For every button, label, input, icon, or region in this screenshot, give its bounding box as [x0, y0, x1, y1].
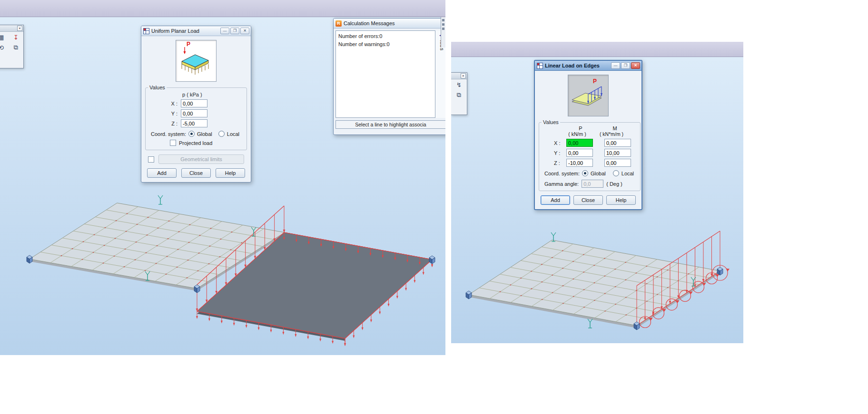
status-hint: Select a line to highlight associa [335, 120, 445, 129]
dialog-titlebar[interactable]: R Calculation Messages [334, 19, 445, 29]
coord-system-label: Coord. system: [151, 131, 186, 137]
z-value-input[interactable] [181, 119, 207, 127]
x-row: X : [554, 139, 638, 147]
planar-load-icon[interactable]: ▦ [0, 32, 9, 42]
table-grid-icon [537, 63, 543, 69]
x-label: X : [167, 101, 178, 106]
y-row: Y : [167, 109, 244, 117]
help-button[interactable]: Help [216, 168, 245, 178]
y-p-value-input[interactable] [566, 149, 593, 157]
global-label: Global [197, 131, 212, 137]
global-radio[interactable] [188, 131, 195, 137]
gamma-angle-input[interactable] [582, 180, 603, 188]
z-row: Z : [554, 159, 638, 167]
z-p-value-input[interactable] [566, 159, 593, 167]
palette-icon-cut-2[interactable]: ⧉ [451, 90, 467, 100]
left-capture: ✕ ▦ ↧ ⟲ ⧉ Uniform Planar Load — [0, 0, 445, 355]
help-button[interactable]: Help [606, 195, 636, 205]
planar-load-thumbnail: P [176, 40, 217, 82]
projected-load-label: Projected load [179, 140, 212, 146]
dialog-title: Calculation Messages [344, 20, 445, 26]
unit-header: p ( kPa ) [182, 92, 244, 97]
close-icon[interactable]: ✕ [631, 62, 640, 69]
geometrical-limits-button[interactable]: Geometrical limits [158, 154, 244, 164]
maximize-icon[interactable]: ❐ [621, 62, 630, 69]
gamma-angle-row: Gamma angle: ( Deg ) [544, 180, 638, 188]
gamma-angle-label: Gamma angle: [544, 181, 579, 187]
close-button[interactable]: Close [181, 168, 211, 178]
m-column-unit: ( kN*m/m ) [597, 131, 626, 137]
minimize-icon[interactable]: — [220, 28, 229, 34]
z-row: Z : [167, 119, 244, 127]
edge-load-drawing [568, 75, 607, 115]
message-line-errors: Number of errors:0 [338, 32, 433, 40]
right-capture: ✕ ↯ ⧉ Linear Load on Edges — ❐ ✕ [451, 42, 743, 343]
table-grid-icon [143, 28, 149, 34]
coord-system-label: Coord. system: [544, 171, 580, 176]
y-value-input[interactable] [181, 109, 207, 117]
robot-app-icon: R [335, 20, 342, 27]
clipped-loads-palette: ✕ ↯ ⧉ [451, 72, 467, 115]
values-label: Values [148, 85, 167, 90]
p-column-unit: ( kN/m ) [562, 131, 592, 137]
local-label: Local [227, 131, 239, 137]
palette-titlebar[interactable]: ✕ [0, 25, 23, 32]
z-label: Z : [554, 160, 566, 166]
palette-titlebar[interactable]: ✕ [451, 73, 467, 79]
column-units: ( kN/m ) ( kN*m/m ) [562, 131, 638, 137]
coord-system-row: Coord. system: Global Local [544, 170, 638, 176]
y-label: Y : [554, 150, 566, 156]
values-group: Values p ( kPa ) X : Y : Z : [145, 85, 247, 150]
z-label: Z : [167, 121, 178, 126]
y-row: Y : [554, 149, 638, 157]
copy-load-icon[interactable]: ⧉ [9, 42, 23, 53]
close-icon[interactable]: ✕ [461, 73, 466, 78]
values-label: Values [542, 119, 560, 125]
dialog-titlebar[interactable]: Uniform Planar Load — ❐ ✕ [141, 26, 251, 36]
close-button[interactable]: Close [573, 195, 603, 205]
nodal-force-icon[interactable]: ↧ [9, 32, 23, 42]
right-top-strip [451, 42, 743, 57]
dialog-titlebar[interactable]: Linear Load on Edges — ❐ ✕ [535, 61, 641, 71]
load-symbol-label: P [187, 41, 190, 48]
calculation-messages-dialog: R Calculation Messages Number of errors:… [333, 18, 445, 135]
linear-load-on-edges-dialog: Linear Load on Edges — ❐ ✕ [534, 60, 642, 210]
values-group: Values P M ( kN/m ) ( kN*m/m ) X : [539, 119, 641, 191]
x-value-input[interactable] [181, 99, 207, 107]
dialog-buttons: Add Close Help [141, 164, 251, 178]
moment-load-icon[interactable]: ⟲ [0, 42, 9, 53]
coord-system-row: Coord. system: Global Local [151, 131, 244, 137]
messages-list[interactable]: Number of errors:0 Number of warnings:0 [335, 30, 435, 118]
left-top-strip [0, 0, 445, 17]
local-label: Local [621, 171, 634, 176]
global-label: Global [591, 171, 606, 176]
dialog-buttons: Add Close Help [535, 191, 641, 205]
y-m-value-input[interactable] [604, 149, 631, 157]
projected-load-checkbox[interactable] [170, 140, 176, 146]
x-p-value-input[interactable] [566, 139, 593, 147]
z-m-value-input[interactable] [604, 159, 631, 167]
minimize-icon[interactable]: — [611, 62, 620, 69]
add-button[interactable]: Add [147, 168, 177, 178]
edge-load-thumbnail: P [568, 75, 609, 116]
projected-load-row: Projected load [170, 140, 244, 146]
close-icon[interactable]: ✕ [17, 26, 22, 31]
geometrical-limits-row: Geometrical limits [148, 154, 244, 164]
message-line-warnings: Number of warnings:0 [338, 40, 433, 48]
slab-load-drawing [176, 40, 215, 80]
uniform-planar-load-dialog: Uniform Planar Load — ❐ ✕ [141, 26, 251, 183]
y-label: Y : [167, 111, 178, 116]
local-radio[interactable] [218, 131, 225, 137]
global-radio[interactable] [582, 170, 588, 176]
close-icon[interactable]: ✕ [240, 28, 249, 34]
x-label: X : [554, 140, 566, 146]
local-radio[interactable] [613, 170, 619, 176]
palette-icon-cut-1[interactable]: ↯ [451, 79, 467, 90]
clipped-toolbar-sliver [441, 17, 445, 48]
x-m-value-input[interactable] [604, 139, 631, 147]
x-row: X : [167, 99, 244, 107]
geometrical-limits-checkbox[interactable] [148, 156, 154, 163]
add-button[interactable]: Add [541, 195, 570, 205]
maximize-icon[interactable]: ❐ [230, 28, 239, 34]
dialog-title: Linear Load on Edges [545, 63, 609, 68]
